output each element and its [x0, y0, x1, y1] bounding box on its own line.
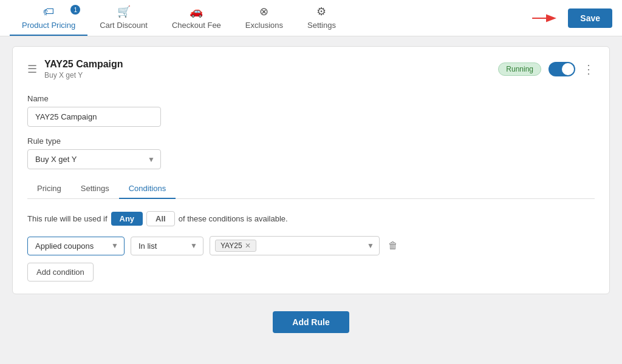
hamburger-icon[interactable]: ☰ [27, 62, 37, 76]
exclusions-icon: ⊗ [259, 5, 268, 18]
condition-value-chevron-icon[interactable]: ▼ [367, 241, 374, 250]
add-condition-button[interactable]: Add condition [27, 263, 94, 281]
campaign-toggle[interactable] [549, 62, 575, 76]
sub-tab-pricing[interactable]: Pricing [27, 179, 71, 199]
top-nav: 🏷 Product Pricing 1 🛒 Cart Discount 🚗 Ch… [0, 0, 622, 36]
save-button[interactable]: Save [568, 8, 612, 28]
condition-field-select[interactable]: Applied coupons [27, 237, 125, 255]
rule-type-select[interactable]: Buy X get Y [27, 149, 161, 169]
main-content: ☰ YAY25 Campaign Buy X get Y Running ⋮ N… [0, 36, 622, 343]
condition-delete-icon[interactable]: 🗑 [386, 238, 400, 254]
condition-operator-wrap: In list ▼ [131, 237, 203, 255]
condition-tag-close-icon[interactable]: ✕ [245, 241, 251, 250]
tab-checkout-fee[interactable]: 🚗 Checkout Fee [160, 0, 233, 36]
campaign-card: ☰ YAY25 Campaign Buy X get Y Running ⋮ N… [12, 46, 610, 294]
sub-tab-settings[interactable]: Settings [71, 179, 119, 199]
save-btn-area: Save [530, 8, 612, 28]
card-actions: ⋮ [549, 62, 595, 76]
any-button[interactable]: Any [111, 212, 143, 226]
more-options-icon[interactable]: ⋮ [583, 62, 595, 76]
cart-discount-icon: 🛒 [117, 5, 131, 18]
conditions-header: This rule will be used if Any All of the… [27, 211, 595, 226]
tab-settings-label: Settings [307, 21, 336, 30]
tab-cart-discount-label: Cart Discount [100, 21, 148, 30]
tab-exclusions[interactable]: ⊗ Exclusions [233, 0, 295, 36]
toggle-knob [562, 63, 574, 75]
arrow-indicator [530, 10, 561, 27]
sub-tabs: Pricing Settings Conditions [27, 179, 595, 199]
all-button[interactable]: All [146, 211, 175, 226]
conditions-prefix: This rule will be used if [27, 214, 108, 223]
campaign-subtitle: Buy X get Y [44, 71, 491, 79]
condition-row: Applied coupons ▼ In list ▼ YAY25 ✕ ▼ 🗑 [27, 236, 595, 255]
settings-icon: ⚙ [316, 5, 326, 18]
tab-product-pricing-label: Product Pricing [22, 21, 75, 30]
condition-tag: YAY25 ✕ [215, 240, 256, 252]
add-rule-button[interactable]: Add Rule [273, 311, 349, 333]
campaign-info: YAY25 Campaign Buy X get Y [44, 59, 491, 79]
tab-settings[interactable]: ⚙ Settings [295, 0, 348, 36]
conditions-suffix: of these conditions is available. [179, 214, 288, 223]
product-pricing-badge: 1 [70, 5, 80, 15]
condition-field-wrap: Applied coupons ▼ [27, 237, 125, 255]
product-pricing-icon: 🏷 [43, 5, 54, 18]
name-label: Name [27, 94, 595, 103]
condition-operator-select[interactable]: In list [131, 237, 203, 255]
tab-exclusions-label: Exclusions [245, 21, 283, 30]
checkout-fee-icon: 🚗 [190, 5, 203, 18]
name-input[interactable] [27, 107, 161, 127]
rule-type-form-group: Rule type Buy X get Y ▼ [27, 136, 595, 169]
tab-cart-discount[interactable]: 🛒 Cart Discount [87, 0, 160, 36]
tab-product-pricing[interactable]: 🏷 Product Pricing 1 [10, 0, 87, 36]
nav-tabs: 🏷 Product Pricing 1 🛒 Cart Discount 🚗 Ch… [10, 0, 348, 36]
rule-type-select-wrap: Buy X get Y ▼ [27, 149, 161, 169]
card-header: ☰ YAY25 Campaign Buy X get Y Running ⋮ [27, 59, 595, 79]
tab-checkout-fee-label: Checkout Fee [172, 21, 221, 30]
status-badge: Running [498, 62, 541, 76]
campaign-title: YAY25 Campaign [44, 59, 491, 70]
condition-tag-label: YAY25 [220, 241, 242, 250]
condition-value-input[interactable]: YAY25 ✕ ▼ [210, 236, 380, 255]
bottom-bar: Add Rule [12, 302, 610, 333]
sub-tab-conditions[interactable]: Conditions [119, 179, 176, 199]
rule-type-label: Rule type [27, 136, 595, 146]
name-form-group: Name [27, 94, 595, 127]
